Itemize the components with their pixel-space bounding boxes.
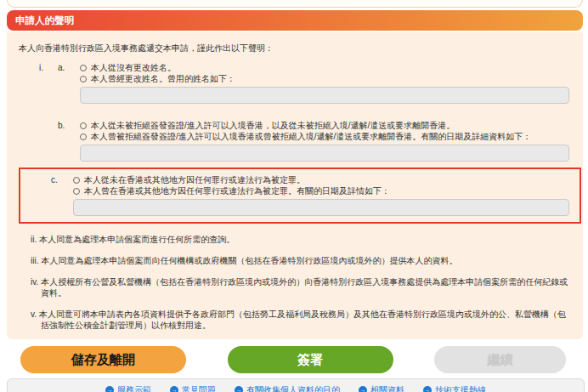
footer-link-label: 服務示範 [117,384,151,392]
footer-link-support-hotline[interactable]: → 技術支援熱線 [423,384,486,392]
radio-option-never-convicted[interactable]: 本人從未在香港或其他地方因任何罪行或違法行為被定罪。 [73,174,569,185]
declaration-item-v: v.本人同意可將本申請表內各項資料提供予各政府部門（包括勞工及福利局及稅務局）及… [7,309,583,331]
radio-button-icon[interactable] [80,134,87,140]
conviction-details-input[interactable] [73,199,569,216]
radio-option-label: 本人曾經更改姓名。曾用的姓名如下： [91,73,235,84]
radio-option-changed-name[interactable]: 本人曾經更改姓名。曾用的姓名如下： [80,73,569,84]
footer-link-label: 相關資料 [370,384,404,392]
item-label: v. [31,310,37,319]
action-button-row: 儲存及離開 簽署 繼續 [20,346,566,373]
refusal-details-input[interactable] [80,145,569,162]
radio-button-icon[interactable] [73,177,80,184]
sub-item-label: a. [58,62,80,104]
arrow-circle-icon: → [105,386,114,392]
radio-option-never-refused[interactable]: 本人從未被拒絕簽發簽證/進入許可以入境香港，以及從未被拒絕入境/遞解/遣送或要求… [80,120,569,131]
footer-link-service-demo[interactable]: → 服務示範 [105,384,151,392]
footer-link-label: 有關收集個人資料的目的 [246,384,340,392]
section-title: 申請人的聲明 [7,10,583,31]
sign-button[interactable]: 簽署 [228,346,393,373]
footer-link-related-info[interactable]: → 相關資料 [359,384,404,392]
intro-text: 本人向香港特別行政區入境事務處遞交本申請，謹此作出以下聲明： [7,43,583,54]
previous-section-edge [7,0,583,8]
save-and-exit-button[interactable]: 儲存及離開 [20,346,186,373]
item-label: iv. [31,277,38,287]
radio-option-label: 本人從未被拒絕簽發簽證/進入許可以入境香港，以及從未被拒絕入境/遞解/遣送或要求… [91,120,455,131]
footer-link-personal-data-purpose[interactable]: → 有關收集個人資料的目的 [235,384,340,392]
radio-button-icon[interactable] [73,188,80,195]
arrow-circle-icon: → [423,386,432,392]
conviction-group-highlight-box: c. 本人從未在香港或其他地方因任何罪行或違法行為被定罪。 本人曾在香港或其他地… [19,168,581,224]
conviction-group: c. 本人從未在香港或其他地方因任何罪行或違法行為被定罪。 本人曾在香港或其他地… [20,174,569,216]
item-text: 本人同意為處理本申請個案而進行任何所需的查詢。 [39,235,235,244]
footer-link-faq[interactable]: → 常見問題 [170,384,216,392]
radio-option-label: 本人曾在香港或其他地方因任何罪行或違法行為被定罪。有關的日期及詳情如下： [84,185,390,196]
refusal-group: b. 本人從未被拒絕簽發簽證/進入許可以入境香港，以及從未被拒絕入境/遞解/遣送… [7,120,583,162]
declaration-panel: 本人向香港特別行政區入境事務處遞交本申請，謹此作出以下聲明： i. a. 本人從… [7,32,583,339]
radio-option-label: 本人從未在香港或其他地方因任何罪行或違法行為被定罪。 [84,174,305,185]
radio-button-icon[interactable] [80,65,87,71]
arrow-circle-icon: → [235,386,243,392]
arrow-circle-icon: → [359,386,367,392]
radio-option-label: 本人曾被拒絕簽發簽證/進入許可以入境香港或曾被拒絕入境/遞解/遣送或要求離開香港… [91,131,531,142]
declaration-item-iii: iii.本人同意為處理本申請個案而向任何機構或政府機關（包括在香港特別行政區境內… [7,255,583,266]
footer-link-label: 技術支援熱線 [435,384,486,392]
item-label: ii. [31,235,37,244]
item-text: 本人授權所有公營及私營機構（包括在香港特別行政區境內或境外的）向香港特別行政區入… [41,277,568,298]
sub-item-label: b. [58,120,80,162]
roman-numeral-label: i. [39,62,58,104]
radio-option-label: 本人從沒有更改姓名。 [91,62,176,73]
sub-item-label: c. [51,174,73,216]
item-text: 本人同意為處理本申請個案而向任何機構或政府機關（包括在香港特別行政區境內或境外的… [41,256,457,265]
declaration-item-ii: ii.本人同意為處理本申請個案而進行任何所需的查詢。 [7,234,583,245]
arrow-circle-icon: → [170,386,178,392]
item-text: 本人同意可將本申請表內各項資料提供予各政府部門（包括勞工及福利局及稅務局）及其他… [39,310,566,330]
radio-button-icon[interactable] [80,76,87,82]
continue-button[interactable]: 繼續 [434,346,566,373]
former-names-input[interactable] [80,87,569,104]
name-change-group: i. a. 本人從沒有更改姓名。 本人曾經更改姓名。曾用的姓名如下： [7,62,583,104]
radio-button-icon[interactable] [80,122,87,129]
declaration-item-iv: iv.本人授權所有公營及私營機構（包括在香港特別行政區境內或境外的）向香港特別行… [7,276,583,298]
item-label: iii. [31,256,38,265]
radio-option-was-convicted[interactable]: 本人曾在香港或其他地方因任何罪行或違法行為被定罪。有關的日期及詳情如下： [73,185,569,196]
radio-option-never-changed-name[interactable]: 本人從沒有更改姓名。 [80,62,569,73]
footer-link-label: 常見問題 [182,384,216,392]
radio-option-was-refused[interactable]: 本人曾被拒絕簽發簽證/進入許可以入境香港或曾被拒絕入境/遞解/遣送或要求離開香港… [80,131,569,142]
footer-links-bar: → 服務示範 → 常見問題 → 有關收集個人資料的目的 → 相關資料 → 技術支… [7,378,585,392]
